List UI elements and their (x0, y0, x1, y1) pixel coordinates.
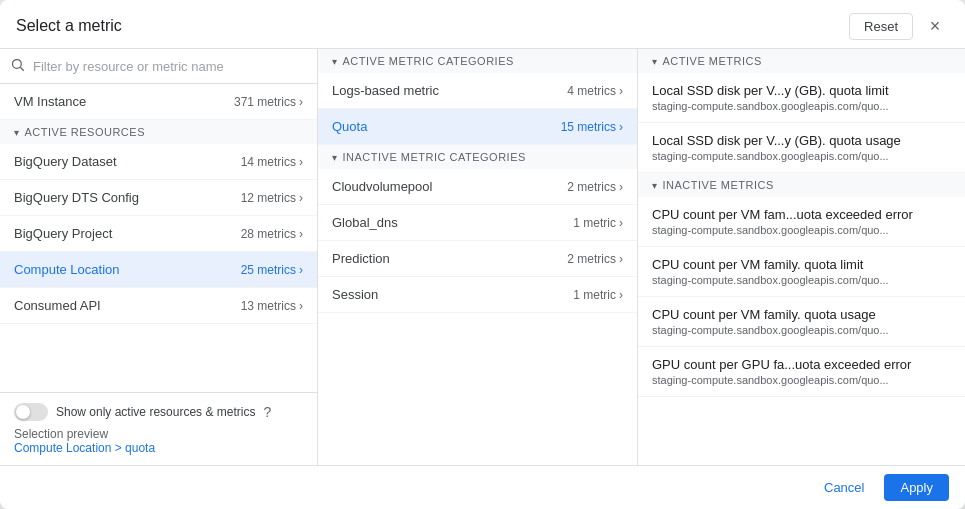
metric-item-local-ssd-usage[interactable]: Local SSD disk per V...y (GB). quota usa… (638, 123, 965, 173)
toggle-knob (16, 405, 30, 419)
chevron-right-icon: › (619, 120, 623, 134)
list-item-count: 12 metrics › (241, 191, 303, 205)
list-item[interactable]: BigQuery Dataset 14 metrics › (0, 144, 317, 180)
header-actions: Reset × (849, 12, 949, 40)
toggle-row: Show only active resources & metrics ? (14, 403, 303, 421)
chevron-right-icon: › (299, 299, 303, 313)
dialog-header: Select a metric Reset × (0, 0, 965, 49)
list-item-count: 371 metrics › (234, 95, 303, 109)
dialog-title: Select a metric (16, 17, 122, 35)
metric-name: Local SSD disk per V...y (GB). quota usa… (652, 133, 951, 148)
right-list: ▾ ACTIVE METRICS Local SSD disk per V...… (638, 49, 965, 465)
metric-item-gpu-exceeded[interactable]: GPU count per GPU fa...uota exceeded err… (638, 347, 965, 397)
search-box (0, 49, 317, 84)
select-metric-dialog: Select a metric Reset × VM Instance (0, 0, 965, 509)
mid-item-label: Session (332, 287, 378, 302)
chevron-right-icon: › (619, 252, 623, 266)
metric-path: staging-compute.sandbox.googleapis.com/q… (652, 224, 951, 236)
list-item[interactable]: Consumed API 13 metrics › (0, 288, 317, 324)
list-item[interactable]: BigQuery Project 28 metrics › (0, 216, 317, 252)
active-resources-label: ACTIVE RESOURCES (25, 126, 145, 138)
list-item-label: Compute Location (14, 262, 120, 277)
metric-item-cpu-exceeded[interactable]: CPU count per VM fam...uota exceeded err… (638, 197, 965, 247)
inactive-categories-header: ▾ INACTIVE METRIC CATEGORIES (318, 145, 637, 169)
list-item-label: VM Instance (14, 94, 86, 109)
mid-item-global-dns[interactable]: Global_dns 1 metric › (318, 205, 637, 241)
mid-item-session[interactable]: Session 1 metric › (318, 277, 637, 313)
chevron-right-icon: › (299, 227, 303, 241)
list-item-count: 28 metrics › (241, 227, 303, 241)
left-list: VM Instance 371 metrics › ▾ ACTIVE RESOU… (0, 84, 317, 392)
selection-preview: Selection preview Compute Location > quo… (14, 427, 303, 455)
dialog-body: VM Instance 371 metrics › ▾ ACTIVE RESOU… (0, 49, 965, 465)
mid-item-cloudvolumepool[interactable]: Cloudvolumepool 2 metrics › (318, 169, 637, 205)
list-item-count: 25 metrics › (241, 263, 303, 277)
metric-name: CPU count per VM family. quota usage (652, 307, 951, 322)
metric-path: staging-compute.sandbox.googleapis.com/q… (652, 274, 951, 286)
metric-name: GPU count per GPU fa...uota exceeded err… (652, 357, 951, 372)
metric-path: staging-compute.sandbox.googleapis.com/q… (652, 100, 951, 112)
list-item[interactable]: VM Instance 371 metrics › (0, 84, 317, 120)
apply-button[interactable]: Apply (884, 474, 949, 501)
list-item-count: 14 metrics › (241, 155, 303, 169)
list-item-label: BigQuery DTS Config (14, 190, 139, 205)
inactive-metrics-label: INACTIVE METRICS (663, 179, 774, 191)
active-resources-header: ▾ ACTIVE RESOURCES (0, 120, 317, 144)
chevron-down-icon: ▾ (332, 152, 338, 163)
metric-item-cpu-usage[interactable]: CPU count per VM family. quota usage sta… (638, 297, 965, 347)
list-item-label: Consumed API (14, 298, 101, 313)
left-panel: VM Instance 371 metrics › ▾ ACTIVE RESOU… (0, 49, 318, 465)
chevron-down-icon: ▾ (652, 56, 658, 67)
list-item-count: 13 metrics › (241, 299, 303, 313)
svg-line-1 (20, 67, 23, 70)
chevron-down-icon: ▾ (332, 56, 338, 67)
mid-item-count: 2 metrics › (567, 252, 623, 266)
mid-item-logs[interactable]: Logs-based metric 4 metrics › (318, 73, 637, 109)
search-icon (10, 57, 25, 75)
search-input[interactable] (33, 59, 307, 74)
left-panel-footer: Show only active resources & metrics ? S… (0, 392, 317, 465)
metric-item-local-ssd-limit[interactable]: Local SSD disk per V...y (GB). quota lim… (638, 73, 965, 123)
mid-item-count: 15 metrics › (561, 120, 623, 134)
active-resources-toggle[interactable] (14, 403, 48, 421)
help-icon[interactable]: ? (263, 404, 271, 420)
metric-name: CPU count per VM family. quota limit (652, 257, 951, 272)
mid-item-count: 1 metric › (573, 216, 623, 230)
cancel-button[interactable]: Cancel (812, 474, 876, 501)
mid-list: ▾ ACTIVE METRIC CATEGORIES Logs-based me… (318, 49, 637, 465)
chevron-right-icon: › (619, 216, 623, 230)
metric-path: staging-compute.sandbox.googleapis.com/q… (652, 150, 951, 162)
mid-item-prediction[interactable]: Prediction 2 metrics › (318, 241, 637, 277)
active-categories-header: ▾ ACTIVE METRIC CATEGORIES (318, 49, 637, 73)
mid-item-label: Logs-based metric (332, 83, 439, 98)
metric-name: CPU count per VM fam...uota exceeded err… (652, 207, 951, 222)
selection-preview-value[interactable]: Compute Location > quota (14, 441, 155, 455)
reset-button[interactable]: Reset (849, 13, 913, 40)
mid-item-label: Quota (332, 119, 367, 134)
inactive-metrics-header: ▾ INACTIVE METRICS (638, 173, 965, 197)
chevron-right-icon: › (299, 263, 303, 277)
mid-panel: ▾ ACTIVE METRIC CATEGORIES Logs-based me… (318, 49, 638, 465)
close-button[interactable]: × (921, 12, 949, 40)
mid-item-label: Cloudvolumepool (332, 179, 432, 194)
mid-item-count: 4 metrics › (567, 84, 623, 98)
metric-name: Local SSD disk per V...y (GB). quota lim… (652, 83, 951, 98)
chevron-right-icon: › (619, 180, 623, 194)
list-item-label: BigQuery Dataset (14, 154, 117, 169)
mid-item-count: 1 metric › (573, 288, 623, 302)
selection-preview-label: Selection preview (14, 427, 108, 441)
mid-item-quota[interactable]: Quota 15 metrics › (318, 109, 637, 145)
chevron-right-icon: › (299, 191, 303, 205)
list-item-label: BigQuery Project (14, 226, 112, 241)
list-item[interactable]: BigQuery DTS Config 12 metrics › (0, 180, 317, 216)
chevron-right-icon: › (619, 84, 623, 98)
chevron-right-icon: › (299, 95, 303, 109)
list-item-compute-location[interactable]: Compute Location 25 metrics › (0, 252, 317, 288)
svg-point-0 (13, 60, 22, 69)
metric-path: staging-compute.sandbox.googleapis.com/q… (652, 374, 951, 386)
mid-item-count: 2 metrics › (567, 180, 623, 194)
chevron-down-icon: ▾ (14, 127, 20, 138)
metric-item-cpu-limit[interactable]: CPU count per VM family. quota limit sta… (638, 247, 965, 297)
chevron-down-icon: ▾ (652, 180, 658, 191)
active-metrics-label: ACTIVE METRICS (663, 55, 762, 67)
